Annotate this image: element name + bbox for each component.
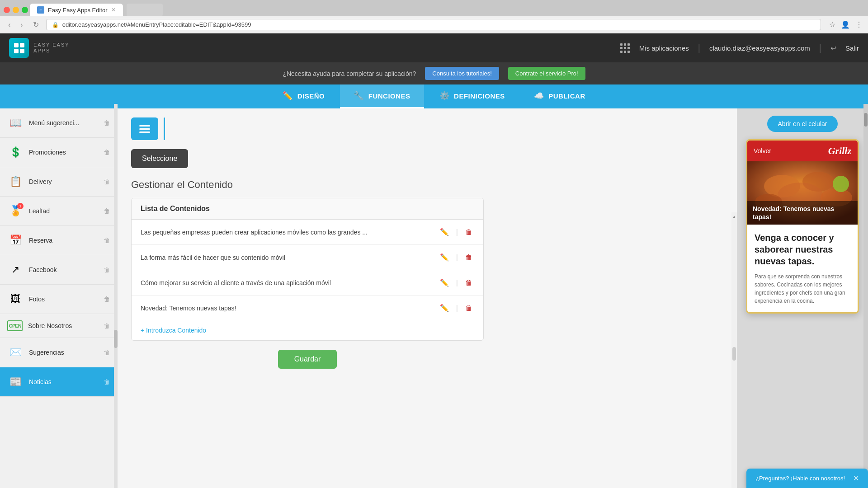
scroll-up-icon[interactable]: ▲ bbox=[732, 214, 736, 219]
maximize-button[interactable] bbox=[22, 7, 28, 13]
edit-button[interactable]: ✏️ bbox=[438, 302, 451, 314]
close-button[interactable] bbox=[4, 7, 10, 13]
delete-icon[interactable]: 🗑 bbox=[104, 296, 110, 303]
edit-button[interactable]: ✏️ bbox=[438, 277, 451, 289]
delete-icon[interactable]: 🗑 bbox=[104, 178, 110, 185]
sidebar-item-noticias[interactable]: 📰 Noticias 🗑 bbox=[0, 367, 117, 397]
preview-panel: Abrir en el celular Volver Grillz bbox=[737, 108, 868, 488]
tutorial-button[interactable]: Consulta los tutoriales! bbox=[425, 67, 499, 80]
divider: | bbox=[456, 279, 458, 287]
sobre-nosotros-icon: OPEN bbox=[7, 320, 23, 331]
sidebar-item-menu[interactable]: 📖 Menú sugerenci... 🗑 bbox=[0, 108, 117, 138]
top-controls bbox=[131, 117, 723, 140]
delete-icon[interactable]: 🗑 bbox=[104, 322, 110, 329]
sidebar-item-label: Facebook bbox=[29, 266, 98, 273]
item-text: Cómo mejorar su servicio al cliente a tr… bbox=[141, 279, 433, 286]
phone-back-button[interactable]: Volver bbox=[754, 147, 771, 155]
delete-button[interactable]: 🗑 bbox=[463, 252, 474, 263]
delete-icon[interactable]: 🗑 bbox=[104, 349, 110, 356]
delete-icon[interactable]: 🗑 bbox=[104, 378, 110, 385]
save-section: Guardar bbox=[131, 350, 484, 369]
delete-icon[interactable]: 🗑 bbox=[104, 266, 110, 273]
nav-logout[interactable]: Salir bbox=[845, 44, 859, 52]
logout-icon: ↩ bbox=[830, 44, 836, 52]
content-box-header: Lista de Contenidos bbox=[132, 198, 483, 220]
browser-tab[interactable]: E Easy Easy Apps Editor ✕ bbox=[30, 4, 123, 16]
hamburger-icon bbox=[137, 122, 152, 136]
account-icon[interactable]: 👤 bbox=[841, 20, 850, 29]
phone-content: Venga a conocer y saborear nuestras nuev… bbox=[747, 225, 858, 312]
delete-button[interactable]: 🗑 bbox=[463, 302, 474, 314]
header-divider-2: | bbox=[819, 43, 821, 53]
sidebar-item-sugerencias[interactable]: ✉️ Sugerencias 🗑 bbox=[0, 338, 117, 367]
phone-preview: Volver Grillz bbox=[746, 139, 859, 314]
sidebar-item-label: Reserva bbox=[29, 237, 98, 244]
browser-actions: ☆ 👤 ⋮ bbox=[829, 20, 863, 29]
edit-button[interactable]: ✏️ bbox=[438, 226, 451, 238]
sidebar-item-promociones[interactable]: 💲 Promociones 🗑 bbox=[0, 138, 117, 167]
sidebar-item-facebook[interactable]: ↗ Facebook 🗑 bbox=[0, 255, 117, 285]
noticias-icon: 📰 bbox=[7, 374, 24, 390]
divider: | bbox=[456, 253, 458, 262]
tab-funciones-label: FUNCIONES bbox=[368, 92, 410, 100]
sidebar-item-label: Menú sugerenci... bbox=[29, 119, 98, 127]
tab-publicar[interactable]: ☁️ PUBLICAR bbox=[520, 84, 599, 108]
tab-close-icon[interactable]: ✕ bbox=[111, 7, 116, 13]
header-divider: | bbox=[698, 43, 700, 53]
address-bar[interactable]: 🔒 editor.easyeasyapps.net/#MenuEntryPlac… bbox=[46, 19, 821, 30]
tab-diseno-label: DISEÑO bbox=[297, 92, 325, 100]
chat-close-icon[interactable]: ✕ bbox=[853, 474, 859, 483]
browser-controls: ‹ › ↻ 🔒 editor.easyeasyapps.net/#MenuEnt… bbox=[0, 16, 868, 33]
edit-button[interactable]: ✏️ bbox=[438, 251, 451, 263]
nav-mis-aplicaciones[interactable]: Mis aplicaciones bbox=[639, 44, 689, 52]
save-button[interactable]: Guardar bbox=[278, 350, 337, 369]
sidebar-item-sobre-nosotros[interactable]: OPEN Sobre Nosotros 🗑 bbox=[0, 314, 117, 338]
pro-button[interactable]: Contrate el servicio Pro! bbox=[508, 67, 585, 80]
delete-button[interactable]: 🗑 bbox=[463, 277, 474, 289]
select-button[interactable]: Seleccione bbox=[131, 149, 188, 168]
menu-icon[interactable]: ⋮ bbox=[855, 20, 863, 29]
delete-icon[interactable]: 🗑 bbox=[104, 237, 110, 244]
sidebar-item-delivery[interactable]: 📋 Delivery 🗑 bbox=[0, 167, 117, 197]
sidebar: 📖 Menú sugerenci... 🗑 💲 Promociones 🗑 📋 … bbox=[0, 108, 118, 488]
tab-diseno[interactable]: ✏️ DISEÑO bbox=[269, 84, 338, 108]
refresh-button[interactable]: ↻ bbox=[30, 19, 42, 30]
list-item: La forma más fácil de hacer que su conte… bbox=[132, 245, 483, 270]
bookmark-icon[interactable]: ☆ bbox=[829, 20, 835, 29]
hamburger-button[interactable] bbox=[131, 117, 158, 140]
chat-widget[interactable]: ¿Preguntas? ¡Hable con nosotros! ✕ bbox=[746, 469, 868, 488]
add-content-button[interactable]: + Introduzca Contenido bbox=[141, 327, 206, 334]
list-item: Cómo mejorar su servicio al cliente a tr… bbox=[132, 270, 483, 296]
tab-definiciones[interactable]: ⚙️ DEFINICIONES bbox=[426, 84, 519, 108]
minimize-button[interactable] bbox=[13, 7, 19, 13]
delete-icon[interactable]: 🗑 bbox=[104, 207, 110, 215]
sidebar-item-lealtad[interactable]: 🏅 1 Lealtad 🗑 bbox=[0, 197, 117, 226]
sidebar-item-reserva[interactable]: 📅 Reserva 🗑 bbox=[0, 226, 117, 255]
open-phone-button[interactable]: Abrir en el celular bbox=[767, 116, 838, 132]
definiciones-icon: ⚙️ bbox=[439, 91, 450, 101]
phone-hero-title: Novedad: Tenemos nuevas tapas! bbox=[753, 205, 834, 221]
header-nav: Mis aplicaciones | claudio.diaz@easyeasy… bbox=[620, 43, 859, 53]
delete-icon[interactable]: 🗑 bbox=[104, 119, 110, 127]
sidebar-scrollbar bbox=[114, 108, 118, 488]
logo-text: EASY EASY APPS bbox=[33, 42, 70, 54]
sidebar-scroll-thumb bbox=[114, 330, 118, 348]
svg-point-6 bbox=[833, 176, 849, 192]
apps-grid-icon[interactable] bbox=[620, 43, 630, 53]
phone-hero-overlay: Novedad: Tenemos nuevas tapas! bbox=[747, 201, 858, 225]
back-button[interactable]: ‹ bbox=[5, 20, 13, 30]
menu-icon: 📖 bbox=[7, 115, 24, 131]
delete-button[interactable]: 🗑 bbox=[463, 226, 474, 238]
browser-chrome: E Easy Easy Apps Editor ✕ ‹ › ↻ 🔒 editor… bbox=[0, 0, 868, 33]
help-bar: ¿Necesita ayuda para completar su aplica… bbox=[0, 62, 868, 84]
main-layout: 📖 Menú sugerenci... 🗑 💲 Promociones 🗑 📋 … bbox=[0, 108, 868, 488]
tab-favicon: E bbox=[37, 6, 44, 14]
sidebar-item-fotos[interactable]: 🖼 Fotos 🗑 bbox=[0, 285, 117, 314]
forward-button[interactable]: › bbox=[18, 20, 25, 30]
content-area: Seleccione Gestionar el Contenido Lista … bbox=[118, 108, 737, 488]
tab-funciones[interactable]: 🔧 FUNCIONES bbox=[340, 84, 424, 108]
sidebar-item-label: Noticias bbox=[29, 378, 98, 385]
funciones-icon: 🔧 bbox=[354, 91, 364, 101]
delete-icon[interactable]: 🗑 bbox=[104, 149, 110, 156]
page-title: Gestionar el Contenido bbox=[131, 179, 723, 191]
